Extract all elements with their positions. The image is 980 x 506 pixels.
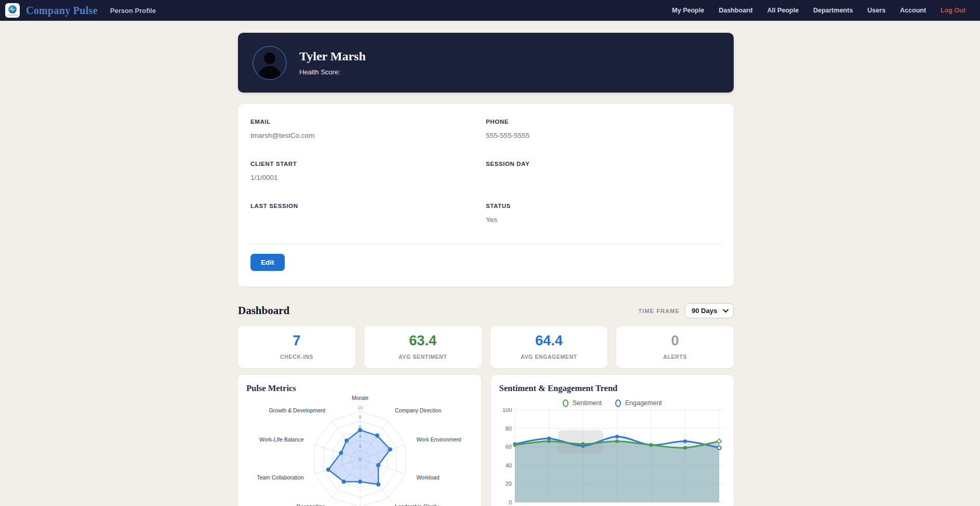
trend-chart-card: Sentiment & Engagement Trend Sentiment E… (491, 375, 734, 506)
logo-wordmark: companypulse (7, 14, 18, 16)
svg-text:40: 40 (505, 462, 511, 469)
stat-card-alerts: 0 ALERTS (616, 326, 734, 368)
company-pulse-logo-icon: companypulse (5, 3, 20, 18)
stat-card-avg-sentiment: 63.4 AVG SENTIMENT (364, 326, 482, 368)
pulse-metrics-title: Pulse Metrics (246, 383, 473, 394)
field-value: tmarsh@testCo.com (250, 132, 486, 140)
svg-text:80: 80 (505, 425, 511, 432)
dashboard-header: Dashboard TIME FRAME 90 Days (238, 303, 734, 318)
stat-label: AVG SENTIMENT (364, 354, 482, 360)
field-session-day: SESSION DAY (486, 161, 721, 182)
time-frame-select-wrap: 90 Days (685, 303, 734, 318)
stat-card-avg-engagement: 64.4 AVG ENGAGEMENT (491, 326, 608, 368)
field-phone: PHONE 555-555-5555 (486, 119, 721, 140)
divider (250, 244, 721, 244)
field-status: STATUS Yes (486, 203, 721, 224)
svg-text:Leadership Clarity: Leadership Clarity (395, 503, 439, 506)
svg-text:Team Collaboration: Team Collaboration (257, 474, 304, 481)
field-last-session: LAST SESSION (250, 203, 486, 224)
current-page-title: Person Profile (110, 7, 156, 15)
person-name: Tyler Marsh (299, 49, 366, 63)
stat-value: 0 (616, 333, 734, 349)
nav-item-users[interactable]: Users (867, 7, 885, 14)
field-value (250, 216, 486, 224)
svg-text:8: 8 (359, 414, 361, 420)
stat-value: 63.4 (364, 333, 482, 349)
field-client-start: CLIENT START 1/1/0001 (250, 161, 486, 182)
svg-text:0: 0 (508, 499, 511, 505)
nav-item-my-people[interactable]: My People (672, 7, 704, 14)
svg-text:10: 10 (357, 405, 363, 410)
nav-item-departments[interactable]: Departments (813, 7, 853, 14)
svg-text:Recognition: Recognition (297, 503, 326, 506)
nav-links: My People Dashboard All People Departmen… (672, 7, 965, 14)
charts-row: Pulse Metrics 0246810MoraleCompany Direc… (238, 375, 734, 506)
time-frame-label: TIME FRAME (639, 308, 680, 314)
nav-item-dashboard[interactable]: Dashboard (719, 7, 752, 14)
svg-text:100: 100 (502, 408, 511, 413)
svg-text:Morale: Morale (352, 395, 368, 401)
stat-value: 64.4 (491, 333, 608, 349)
stat-label: AVG ENGAGEMENT (491, 354, 608, 360)
field-label: CLIENT START (250, 161, 486, 167)
time-frame-select[interactable]: 90 Days (685, 304, 733, 318)
field-value (486, 174, 721, 182)
trend-legend: Sentiment Engagement (499, 398, 726, 408)
contact-info-card: EMAIL tmarsh@testCo.com PHONE 555-555-55… (238, 104, 734, 287)
log-out-link[interactable]: Log Out (941, 7, 965, 14)
avatar (253, 46, 287, 80)
stat-label: ALERTS (616, 354, 734, 360)
legend-item-sentiment[interactable]: Sentiment (563, 399, 602, 407)
field-email: EMAIL tmarsh@testCo.com (250, 119, 486, 140)
field-value: Yes (486, 216, 721, 224)
field-label: PHONE (486, 119, 721, 125)
field-label: SESSION DAY (486, 161, 721, 167)
trend-chart-title: Sentiment & Engagement Trend (499, 383, 726, 394)
top-navbar: companypulse Company Pulse Person Profil… (0, 0, 980, 21)
avatar-shoulders-shape (258, 66, 281, 80)
field-label: EMAIL (250, 119, 486, 125)
stats-row: 7 CHECK-INS 63.4 AVG SENTIMENT 64.4 AVG … (238, 326, 734, 368)
sentiment-engagement-line-chart: 020406080100Dec 22Jan 12Jan 26Feb 9Feb 2… (499, 408, 727, 506)
legend-label: Sentiment (573, 399, 602, 407)
stat-card-check-ins: 7 CHECK-INS (238, 326, 355, 368)
svg-text:Growth & Development: Growth & Development (269, 407, 325, 413)
legend-item-engagement[interactable]: Engagement (615, 399, 662, 407)
pulse-metrics-radar-chart: 0246810MoraleCompany DirectionWork Envir… (246, 394, 474, 506)
dashboard-title: Dashboard (238, 304, 289, 317)
nav-item-all-people[interactable]: All People (767, 7, 798, 14)
nav-item-account[interactable]: Account (900, 7, 926, 14)
health-score-label: Health Score: (299, 68, 366, 76)
brand-name[interactable]: Company Pulse (26, 5, 98, 17)
edit-button[interactable]: Edit (250, 254, 285, 271)
stat-value: 7 (238, 333, 355, 349)
svg-text:Workload: Workload (416, 474, 439, 481)
legend-label: Engagement (625, 399, 662, 407)
field-value: 1/1/0001 (250, 174, 486, 182)
svg-text:60: 60 (505, 444, 511, 450)
pulse-metrics-card: Pulse Metrics 0246810MoraleCompany Direc… (238, 375, 481, 506)
svg-text:Work Environment: Work Environment (416, 436, 461, 443)
stat-label: CHECK-INS (238, 354, 355, 360)
engagement-legend-marker-icon (615, 399, 621, 407)
svg-text:Work-Life Balance: Work-Life Balance (259, 436, 304, 443)
field-label: STATUS (486, 203, 721, 209)
profile-header-card: Tyler Marsh Health Score: (238, 33, 734, 93)
field-label: LAST SESSION (250, 203, 486, 209)
svg-text:Company Direction: Company Direction (395, 407, 441, 413)
avatar-head-shape (264, 53, 275, 64)
sentiment-legend-marker-icon (563, 399, 568, 407)
svg-text:20: 20 (505, 481, 511, 487)
field-value: 555-555-5555 (486, 132, 721, 140)
